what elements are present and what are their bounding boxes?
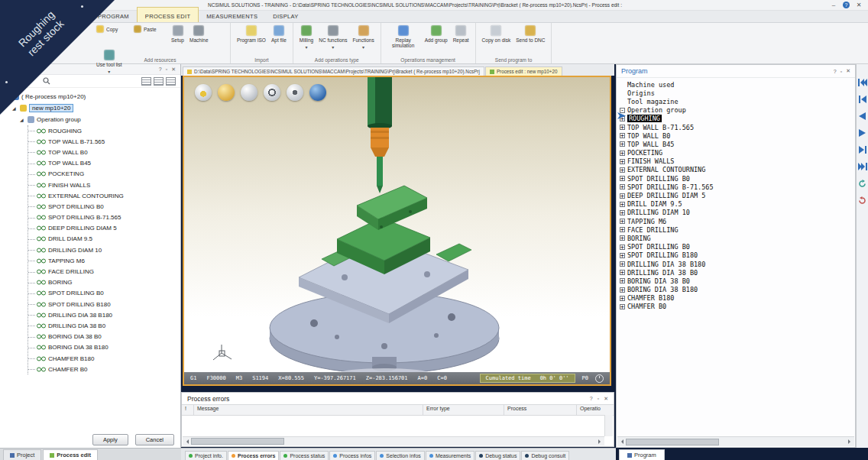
tree-expand-icon[interactable]: + bbox=[620, 296, 625, 301]
program-tree-item[interactable]: + DRILLING DIAM 10 bbox=[617, 209, 855, 217]
program-tree-item[interactable]: + DEEP DRILLING DIAM 5 bbox=[617, 191, 855, 199]
scroll-left-icon[interactable] bbox=[184, 439, 189, 444]
tree-expand-icon[interactable]: + bbox=[620, 278, 625, 283]
operation-tree-item[interactable]: CHAMFER B180 bbox=[28, 353, 180, 364]
step-back-icon[interactable] bbox=[857, 112, 867, 121]
panel-close-icon[interactable]: ✕ bbox=[604, 396, 608, 402]
zoom-view-button[interactable] bbox=[264, 84, 280, 101]
bottom-tab[interactable]: Debug consult bbox=[521, 451, 569, 460]
program-tree-item[interactable]: + FINISH WALLS bbox=[617, 157, 855, 166]
loop-icon[interactable] bbox=[857, 179, 867, 188]
list-view-icon[interactable] bbox=[141, 77, 151, 86]
operation-tree-item[interactable]: TAPPING M6 bbox=[28, 255, 180, 266]
tree-expand-icon[interactable]: + bbox=[620, 270, 625, 275]
tree-expand-icon[interactable]: + bbox=[620, 202, 625, 207]
operation-tree-item[interactable]: BORING DIA 38 B180 bbox=[28, 342, 180, 353]
tree-expand-icon[interactable]: + bbox=[620, 167, 625, 173]
tree-expand-icon[interactable]: + bbox=[620, 184, 625, 190]
bottom-tab[interactable]: Selection infos bbox=[376, 451, 425, 460]
tree-expand-icon[interactable]: + bbox=[620, 176, 625, 181]
expand-arrow-icon[interactable]: ◢ bbox=[12, 105, 18, 111]
program-tree-item[interactable]: + TAPPING M6 bbox=[617, 217, 855, 225]
operation-tree-item[interactable]: SPOT DRILLING B-71.565 bbox=[28, 212, 180, 223]
detail-view-icon[interactable] bbox=[154, 77, 164, 86]
operation-tree-item[interactable]: DRILLING DIAM 10 bbox=[28, 245, 180, 255]
operation-tree-item[interactable]: TOP WALL B45 bbox=[28, 158, 180, 169]
program-tree-item[interactable]: + CHAMFER B0 bbox=[617, 303, 855, 311]
program-horizontal-scrollbar[interactable] bbox=[617, 436, 854, 446]
program-tree-item[interactable]: + TOP WALL B0 bbox=[617, 131, 855, 140]
left-bottom-tab[interactable]: Process edit bbox=[43, 449, 98, 460]
operation-tree-item[interactable]: BORING DIA 38 B0 bbox=[28, 332, 180, 342]
program-tree-item[interactable]: + SPOT DRILLING B0 bbox=[617, 174, 855, 183]
errors-horizontal-scrollbar[interactable] bbox=[183, 436, 604, 445]
tree-expand-icon[interactable]: + bbox=[620, 287, 625, 293]
panel-help-icon[interactable]: ? bbox=[834, 69, 837, 74]
ribbon-button[interactable]: NC functions bbox=[319, 25, 347, 50]
ribbon-tab[interactable]: PROCESS EDIT bbox=[137, 7, 199, 22]
close-button[interactable]: ✕ bbox=[855, 2, 863, 8]
ribbon-button[interactable]: Copy bbox=[96, 25, 128, 33]
tree-node-operation-group[interactable]: ◢ Operation group bbox=[20, 114, 180, 125]
operation-tree-item[interactable]: DEEP DRILLING DIAM 5 bbox=[28, 223, 180, 234]
panel-close-icon[interactable]: ✕ bbox=[171, 66, 176, 73]
program-tree-item[interactable]: + BORING DIA 38 B0 bbox=[617, 277, 855, 285]
panel-help-icon[interactable]: ? bbox=[159, 66, 162, 72]
ribbon-button[interactable]: Machine bbox=[189, 25, 209, 44]
operation-tree-item[interactable]: FACE DRILLING bbox=[28, 266, 180, 277]
errors-column-header[interactable]: Process bbox=[504, 405, 577, 415]
program-tree-item[interactable]: + SPOT DRILLING B0 bbox=[617, 243, 855, 251]
operation-tree-item[interactable]: CHAMFER B0 bbox=[28, 364, 180, 374]
stock-display-button[interactable] bbox=[218, 84, 235, 101]
errors-column-header[interactable]: ! bbox=[182, 405, 194, 415]
ribbon-tab[interactable]: MEASUREMENTS bbox=[199, 11, 265, 22]
program-tree-item[interactable]: Origins bbox=[617, 89, 855, 97]
tree-expand-icon[interactable]: + bbox=[620, 133, 625, 138]
bottom-tab[interactable]: Project info. bbox=[185, 451, 227, 460]
tree-expand-icon[interactable]: + bbox=[620, 193, 625, 199]
scroll-right-icon[interactable] bbox=[598, 439, 603, 444]
tree-expand-icon[interactable]: + bbox=[620, 235, 625, 241]
program-tree-item[interactable]: + SPOT DRILLING B180 bbox=[617, 251, 855, 260]
scroll-right-icon[interactable] bbox=[848, 439, 853, 444]
operation-tree-item[interactable]: DRILLING DIA 38 B0 bbox=[28, 320, 180, 331]
program-tree-item[interactable]: + TOP WALL B-71.565 bbox=[617, 123, 855, 131]
operation-tree-item[interactable]: SPOT DRILLING B0 bbox=[28, 288, 180, 299]
part-display-button[interactable] bbox=[241, 84, 257, 101]
tree-expand-icon[interactable]: + bbox=[620, 219, 625, 224]
operation-tree-item[interactable]: DRILL DIAM 9.5 bbox=[28, 234, 180, 245]
ribbon-button[interactable]: Add group bbox=[425, 25, 448, 44]
step-forward-icon[interactable] bbox=[857, 145, 867, 154]
tree-expand-icon[interactable]: + bbox=[620, 210, 625, 215]
ribbon-tab[interactable]: DISPLAY bbox=[265, 11, 306, 22]
document-tab[interactable]: Process edit : new mp10+20 bbox=[485, 66, 562, 76]
tree-expand-icon[interactable]: + bbox=[620, 151, 625, 156]
apply-button[interactable]: Apply bbox=[92, 434, 128, 445]
skip-first-icon[interactable] bbox=[857, 78, 867, 87]
program-tree-item[interactable]: Tool magazine bbox=[617, 97, 855, 105]
scrollbar-thumb[interactable] bbox=[626, 439, 719, 445]
errors-vertical-scrollbar[interactable] bbox=[604, 415, 613, 436]
operation-tree-item[interactable]: TOP WALL B-71.565 bbox=[28, 136, 180, 147]
bottom-tab[interactable]: Process errors bbox=[228, 451, 279, 460]
tree-expand-icon[interactable]: + bbox=[620, 261, 625, 267]
errors-column-header[interactable]: Message bbox=[194, 405, 423, 415]
operation-tree-item[interactable]: BORING bbox=[28, 277, 180, 288]
panel-float-icon[interactable]: ▫ bbox=[166, 66, 167, 72]
panel-help-icon[interactable]: ? bbox=[590, 396, 593, 401]
program-tree-item[interactable]: Machine used bbox=[617, 80, 855, 89]
panel-float-icon[interactable]: ▫ bbox=[598, 396, 599, 401]
tree-expand-icon[interactable]: + bbox=[620, 245, 625, 250]
program-tree-item[interactable]: + DRILLING DIA 38 B0 bbox=[617, 268, 855, 277]
bottom-tab[interactable]: Measurements bbox=[426, 451, 474, 460]
operation-tree-item[interactable]: SPOT DRILLING B180 bbox=[28, 299, 180, 309]
bottom-tab[interactable]: Debug status bbox=[475, 451, 520, 460]
ribbon-button[interactable]: Milling bbox=[300, 25, 313, 50]
ribbon-button[interactable]: Setup bbox=[171, 25, 184, 44]
tree-expand-icon[interactable]: + bbox=[620, 253, 625, 258]
program-tree-item[interactable]: - Operation group bbox=[617, 106, 855, 115]
program-tree-item[interactable]: + EXTERNAL CONTOURNING bbox=[617, 166, 855, 174]
tree-view-icon[interactable] bbox=[166, 77, 176, 86]
bottom-tab[interactable]: Process status bbox=[280, 451, 329, 460]
bottom-tab[interactable]: Process infos bbox=[329, 451, 375, 460]
